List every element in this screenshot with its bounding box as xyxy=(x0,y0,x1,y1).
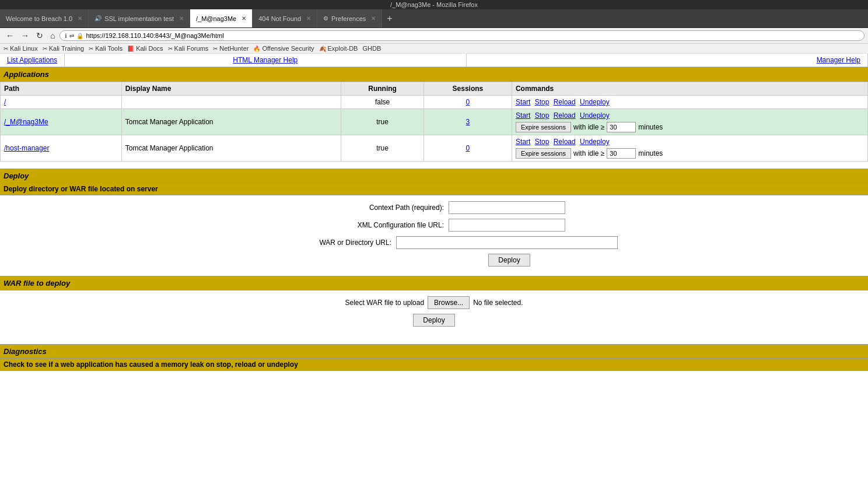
war-deploy-section: WAR file to deploy Select WAR file to up… xyxy=(0,272,868,336)
kali-forums-icon: ✂ xyxy=(168,45,173,52)
title-text: /_M@nag3Me - Mozilla Firefox xyxy=(390,1,478,8)
expire-sessions-button-host-manager[interactable]: Expire sessions xyxy=(516,148,571,159)
bookmark-kali-docs[interactable]: 📕 Kali Docs xyxy=(127,45,163,52)
start-link-root[interactable]: Start xyxy=(516,98,530,106)
table-row: /host-manager Tomcat Manager Application… xyxy=(1,135,868,162)
tab-welcome[interactable]: Welcome to Breach 1.0 ✕ xyxy=(0,9,89,27)
col-commands: Commands xyxy=(512,82,867,96)
browse-button[interactable]: Browse... xyxy=(428,296,470,309)
stop-link-manager[interactable]: Stop xyxy=(535,111,550,120)
commands-cell: Start Stop Reload Undeploy Expire sessio… xyxy=(512,109,867,135)
title-bar: /_M@nag3Me - Mozilla Firefox xyxy=(0,0,868,9)
bookmark-kali-training-label: Kali Training xyxy=(49,45,85,52)
war-deploy-button[interactable]: Deploy xyxy=(413,314,454,327)
start-link-host-manager[interactable]: Start xyxy=(516,138,530,146)
bookmark-kali-linux[interactable]: ✂ Kali Linux xyxy=(4,45,38,52)
sessions-link-root[interactable]: 0 xyxy=(466,98,470,106)
bookmark-exploit-db[interactable]: 🍂 Exploit-DB xyxy=(319,45,358,52)
kali-docs-icon: 📕 xyxy=(127,45,134,52)
tab-manager-close[interactable]: ✕ xyxy=(242,15,246,22)
reload-link-manager[interactable]: Reload xyxy=(554,111,576,120)
tab-welcome-close[interactable]: ✕ xyxy=(78,15,82,22)
offensive-security-icon: 🔥 xyxy=(253,45,260,52)
undeploy-link-host-manager[interactable]: Undeploy xyxy=(580,138,610,146)
tab-404[interactable]: 404 Not Found ✕ xyxy=(253,9,317,27)
bookmark-nethunter[interactable]: ✂ NetHunter xyxy=(213,45,249,52)
bookmark-kali-tools[interactable]: ✂ Kali Tools xyxy=(89,45,123,52)
select-war-label: Select WAR file to upload xyxy=(345,299,424,307)
context-path-input[interactable] xyxy=(449,201,565,214)
expire-sessions-button-manager[interactable]: Expire sessions xyxy=(516,122,571,132)
tab-prefs-icon: ⚙ xyxy=(323,15,328,22)
new-tab-button[interactable]: + xyxy=(382,9,397,27)
path-link-host-manager[interactable]: /host-manager xyxy=(4,144,49,152)
war-deploy-form: Select WAR file to upload Browse... No f… xyxy=(0,290,868,332)
reload-link-host-manager[interactable]: Reload xyxy=(554,138,576,146)
bookmarks-bar: ✂ Kali Linux ✂ Kali Training ✂ Kali Tool… xyxy=(0,44,868,54)
tab-prefs-label: Preferences xyxy=(331,15,366,22)
kali-tools-icon: ✂ xyxy=(89,45,93,52)
deploy-button[interactable]: Deploy xyxy=(488,254,530,267)
undeploy-link-root[interactable]: Undeploy xyxy=(580,98,610,106)
sessions-link-manager[interactable]: 3 xyxy=(466,118,470,126)
connection-icon: ⇄ xyxy=(69,33,74,39)
undeploy-link-manager[interactable]: Undeploy xyxy=(580,111,610,120)
home-button[interactable]: ⌂ xyxy=(48,30,57,41)
path-link-manager[interactable]: /_M@nag3Me xyxy=(4,118,48,126)
list-applications-link[interactable]: List Applications xyxy=(0,54,65,66)
kali-linux-icon: ✂ xyxy=(4,45,8,52)
display-name-cell xyxy=(121,96,341,109)
tab-ssl[interactable]: 🔊 SSL implementation test ✕ xyxy=(89,9,190,27)
tab-404-label: 404 Not Found xyxy=(258,15,301,22)
bookmark-kali-forums[interactable]: ✂ Kali Forums xyxy=(168,45,209,52)
applications-section-header: Applications xyxy=(0,67,868,82)
xml-config-label: XML Configuration file URL: xyxy=(303,221,449,229)
info-icon: ℹ xyxy=(65,33,67,39)
deploy-sub-header-text: Deploy directory or WAR file located on … xyxy=(4,185,158,193)
idle-input-host-manager[interactable] xyxy=(607,148,636,159)
context-path-label: Context Path (required): xyxy=(303,204,449,212)
tab-ssl-close[interactable]: ✕ xyxy=(179,15,184,22)
bookmark-kali-training[interactable]: ✂ Kali Training xyxy=(43,45,85,52)
nethunter-icon: ✂ xyxy=(213,45,218,52)
diagnostics-header-text: Diagnostics xyxy=(4,347,47,356)
forward-button[interactable]: → xyxy=(19,30,32,41)
bookmark-kali-forums-label: Kali Forums xyxy=(174,45,209,52)
stop-link-root[interactable]: Stop xyxy=(535,98,550,106)
tab-prefs-close[interactable]: ✕ xyxy=(371,15,376,22)
xml-config-input[interactable] xyxy=(449,219,565,232)
path-link-root[interactable]: / xyxy=(4,98,6,106)
tab-ssl-icon: 🔊 xyxy=(94,15,102,22)
nav-bar: ← → ↻ ⌂ ℹ ⇄ 🔒 https://192.168.110.140:84… xyxy=(0,28,868,44)
bookmark-kali-linux-label: Kali Linux xyxy=(10,45,38,52)
war-dir-url-input[interactable] xyxy=(396,236,618,249)
deploy-section: Deploy Deploy directory or WAR file loca… xyxy=(0,169,868,272)
deploy-form: Context Path (required): XML Configurati… xyxy=(0,195,868,272)
start-link-manager[interactable]: Start xyxy=(516,111,530,120)
html-manager-help-link[interactable]: HTML Manager Help xyxy=(65,54,466,66)
tab-manager-label: /_M@nag3Me xyxy=(196,15,236,22)
bookmark-kali-docs-label: Kali Docs xyxy=(136,45,163,52)
manager-help-link[interactable]: Manager Help xyxy=(467,54,868,66)
idle-input-manager[interactable] xyxy=(607,122,636,132)
applications-table: Path Display Name Running Sessions Comma… xyxy=(0,82,868,162)
sessions-link-host-manager[interactable]: 0 xyxy=(466,144,470,152)
tab-prefs[interactable]: ⚙ Preferences ✕ xyxy=(317,9,382,27)
applications-header-text: Applications xyxy=(4,70,49,79)
address-bar[interactable]: ℹ ⇄ 🔒 https://192.168.110.140:8443/_M@na… xyxy=(60,30,864,41)
refresh-button[interactable]: ↻ xyxy=(34,30,46,41)
deploy-sub-header: Deploy directory or WAR file located on … xyxy=(0,183,868,195)
war-dir-row: WAR or Directory URL: xyxy=(0,236,868,249)
diagnostics-sub-header-text: Check to see if a web application has ca… xyxy=(4,360,298,369)
bookmark-ghdb-label: GHDB xyxy=(362,45,381,52)
war-deploy-header-text: WAR file to deploy xyxy=(4,279,70,288)
reload-link-root[interactable]: Reload xyxy=(554,98,576,106)
back-button[interactable]: ← xyxy=(4,30,16,41)
minutes-label-manager: minutes xyxy=(638,123,663,131)
bookmark-offensive-security[interactable]: 🔥 Offensive Security xyxy=(253,45,314,52)
bookmark-ghdb[interactable]: GHDB xyxy=(362,45,381,52)
tab-404-close[interactable]: ✕ xyxy=(306,15,311,22)
commands-cell: Start Stop Reload Undeploy xyxy=(512,96,867,109)
stop-link-host-manager[interactable]: Stop xyxy=(535,138,550,146)
tab-manager[interactable]: /_M@nag3Me ✕ xyxy=(190,9,253,27)
